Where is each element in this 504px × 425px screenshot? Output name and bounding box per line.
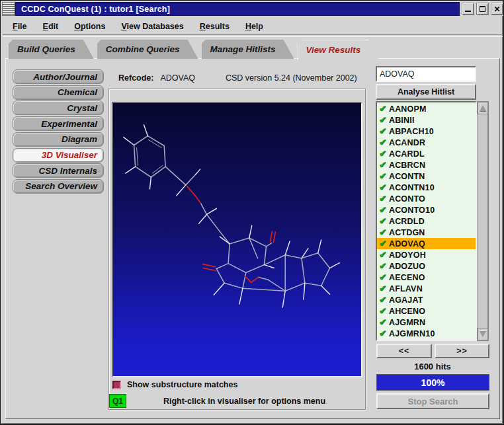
hitlist-row[interactable]: ✔ ACONTO <box>377 193 476 204</box>
sidebar-button[interactable]: 3D Visualiser <box>13 148 104 163</box>
close-button[interactable]: ✕ <box>491 3 503 15</box>
tab[interactable]: Manage Hitlists <box>202 40 294 59</box>
check-icon: ✔ <box>379 273 386 282</box>
menu-item[interactable]: View Databases <box>121 22 183 31</box>
stop-search-button[interactable]: Stop Search <box>376 393 489 409</box>
tab[interactable]: View Results <box>298 40 380 60</box>
check-icon: ✔ <box>379 307 386 315</box>
refcode-label: ACONTN10 <box>389 183 435 192</box>
check-icon: ✔ <box>379 295 386 304</box>
menu-item[interactable]: Results <box>200 22 230 31</box>
sidebar-button[interactable]: Search Overview <box>13 179 104 194</box>
window-menu-icon[interactable] <box>2 2 15 16</box>
hitlist-row[interactable]: ✔ ADOZUO <box>377 260 476 272</box>
hitlist-row[interactable]: ✔ AJGMRN10 <box>377 328 476 339</box>
csd-version-text: CSD version 5.24 (November 2002) <box>226 73 357 83</box>
search-progress-bar: 100% <box>376 374 489 391</box>
check-icon: ✔ <box>379 217 386 225</box>
menu-item[interactable]: File <box>13 22 27 31</box>
refcode-label: ACONTN <box>389 172 425 181</box>
hitlist-row[interactable]: ✔ ACONTN <box>377 171 476 182</box>
sidebar-button[interactable]: Experimental <box>13 116 104 131</box>
refcode-label: AFLAVN <box>389 284 423 293</box>
titlebar: CCDC ConQuest (1) : tutor1 [Search] ✕ <box>2 2 503 16</box>
menubar: FileEditOptionsView DatabasesResultsHelp <box>3 17 503 36</box>
sidebar-button[interactable]: Diagram <box>13 132 104 147</box>
hitlist: ✔ AANOPM ✔ ABINII ✔ ABPACH10 ✔ ACANDR ✔ … <box>376 101 477 341</box>
3d-visualiser[interactable] <box>112 102 362 377</box>
hitlist-row[interactable]: ✔ AANOPM <box>377 103 476 114</box>
hitlist-row[interactable]: ✔ ACANDR <box>377 137 476 148</box>
next-page-button[interactable]: >> <box>435 344 489 358</box>
hitlist-row[interactable]: ✔ AJGMRN <box>377 317 476 328</box>
refcode-label: ABINII <box>389 116 415 125</box>
check-icon: ✔ <box>379 251 386 259</box>
check-icon: ✔ <box>379 104 386 113</box>
hitlist-row[interactable]: ✔ ABPACH10 <box>377 126 476 137</box>
check-icon: ✔ <box>379 284 386 293</box>
check-icon: ✔ <box>379 138 386 147</box>
progress-fill: 100% <box>377 375 489 390</box>
hitlist-row[interactable]: ✔ AGAJAT <box>377 294 476 305</box>
tabstrip: Build QueriesCombine QueriesManage Hitli… <box>9 40 382 59</box>
hitlist-row[interactable]: ✔ AHCENO <box>377 305 476 317</box>
scrollbar-thumb[interactable] <box>478 114 488 328</box>
refcode-label: AECENO <box>389 273 425 282</box>
maximize-button[interactable] <box>476 3 489 15</box>
molecule-wireframe <box>113 103 361 376</box>
menu-item[interactable]: Edit <box>43 22 59 31</box>
hitlist-row[interactable]: ✔ ADOVAQ <box>377 238 476 249</box>
hitlist-row[interactable]: ✔ AFLAVN <box>377 283 476 294</box>
scroll-down-button[interactable] <box>478 328 488 340</box>
refcode-label: ACRDLD <box>389 217 425 226</box>
check-icon: ✔ <box>379 194 386 203</box>
check-icon: ✔ <box>379 228 386 237</box>
app-window: CCDC ConQuest (1) : tutor1 [Search] ✕ Fi… <box>0 0 504 425</box>
analyse-hitlist-button[interactable]: Analyse Hitlist <box>376 84 476 100</box>
hitlist-row[interactable]: ✔ ACONTN10 <box>377 182 476 193</box>
query-hint-row: Q1 Right-click in visualiser for options… <box>109 394 362 408</box>
refcode-label: AANOPM <box>389 104 427 114</box>
refcode-label: ADOYOH <box>389 251 426 260</box>
query-badge: Q1 <box>109 394 126 408</box>
scroll-up-icon <box>480 105 486 111</box>
refcode-label: ADOVAQ <box>389 239 425 249</box>
refcode-label: Refcode: <box>118 73 153 83</box>
check-icon: ✔ <box>379 318 386 327</box>
sidebar-button[interactable]: Author/Journal <box>13 69 104 84</box>
hitlist-row[interactable]: ✔ ACRDLD <box>377 215 476 227</box>
hits-count: 1600 hits <box>376 362 489 371</box>
check-icon: ✔ <box>379 262 386 270</box>
hitlist-row[interactable]: ✔ AECENO <box>377 272 476 283</box>
hitlist-row[interactable]: ✔ ACONTO10 <box>377 204 476 215</box>
maximize-icon <box>480 6 485 12</box>
tab[interactable]: Build Queries <box>9 40 94 59</box>
refcode-label: AJGMRN10 <box>389 329 435 338</box>
refcode-value: ADOVAQ <box>160 73 195 83</box>
check-icon: ✔ <box>379 149 386 158</box>
refcode-label: ABPACH10 <box>389 127 434 136</box>
refcode-label: ACANDR <box>389 138 425 147</box>
check-icon: ✔ <box>379 329 386 338</box>
refcode-label: AHCENO <box>389 307 425 316</box>
scroll-up-button[interactable] <box>478 102 488 114</box>
hitlist-row[interactable]: ✔ ACARDL <box>377 148 476 159</box>
check-icon: ✔ <box>379 206 386 214</box>
hitlist-row[interactable]: ✔ ABINII <box>377 114 476 126</box>
hitlist-row[interactable]: ✔ ACBRCN <box>377 159 476 171</box>
show-substructure-checkbox[interactable] <box>112 381 121 389</box>
check-icon: ✔ <box>379 116 386 124</box>
previous-page-button[interactable]: << <box>376 344 432 358</box>
sidebar-button[interactable]: CSD Internals <box>13 163 104 178</box>
refcode-search-input[interactable] <box>376 66 476 82</box>
window-title: CCDC ConQuest (1) : tutor1 [Search] <box>15 2 460 16</box>
hitlist-row[interactable]: ✔ ACTDGN <box>377 227 476 238</box>
hitlist-row[interactable]: ✔ ADOYOH <box>377 249 476 260</box>
sidebar-button[interactable]: Chemical <box>13 85 104 100</box>
menu-item[interactable]: Options <box>74 22 105 31</box>
minimize-button[interactable] <box>462 3 474 15</box>
menu-item[interactable]: Help <box>245 22 263 31</box>
sidebar-button[interactable]: Crystal <box>13 100 104 115</box>
tab[interactable]: Combine Queries <box>97 40 198 59</box>
show-substructure-label: Show substructure matches <box>127 380 237 389</box>
